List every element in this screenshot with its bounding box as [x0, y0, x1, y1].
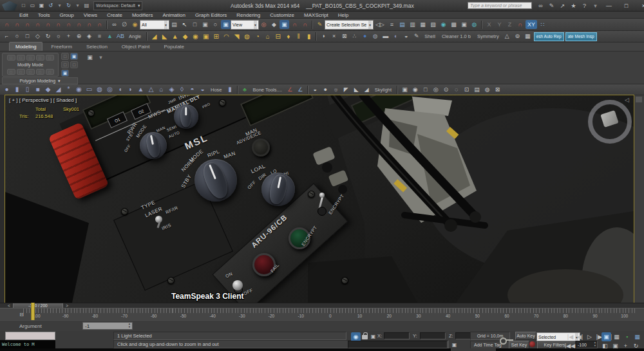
- primitive-icon[interactable]: ◆: [43, 85, 53, 94]
- erase-icon[interactable]: ✎: [412, 32, 421, 41]
- tab-populate[interactable]: Populate: [158, 43, 190, 51]
- menu-maxscript[interactable]: MAXScript: [304, 12, 328, 18]
- viewport-label[interactable]: [ + ] [ Perspective ] [ Shaded ]: [9, 97, 77, 103]
- menu-help[interactable]: Help: [338, 12, 348, 18]
- rotate-tool-icon[interactable]: ↻: [43, 32, 53, 41]
- binoculars-icon[interactable]: ∞: [536, 1, 545, 10]
- viewcube-home-icon[interactable]: [600, 110, 618, 128]
- cut-icon[interactable]: ×: [329, 32, 339, 41]
- window-crossing-icon[interactable]: ▣: [200, 20, 210, 29]
- poly-tool-icon[interactable]: ◥: [232, 32, 242, 41]
- light-icon[interactable]: ◢: [362, 85, 372, 94]
- modify-tool-icon[interactable]: □: [17, 55, 25, 61]
- primitive-icon[interactable]: ◎: [105, 85, 115, 94]
- bone-tools-tree-icon[interactable]: ♣: [240, 85, 250, 94]
- camera-icon[interactable]: ◍: [482, 85, 492, 94]
- modify-tool-icon[interactable]: □: [36, 55, 44, 61]
- primitive-icon[interactable]: ⌂: [156, 85, 166, 94]
- primitive-icon[interactable]: ▲: [136, 85, 146, 94]
- hose-primitive-icon[interactable]: ▮: [225, 85, 235, 94]
- poly-tool-icon[interactable]: ◠: [222, 32, 231, 41]
- primitive-icon[interactable]: ◢: [53, 85, 63, 94]
- tab-object-paint[interactable]: Object Paint: [116, 43, 156, 51]
- cap-icon[interactable]: ⊠: [339, 32, 349, 41]
- snap-magnet-icon[interactable]: ∩: [43, 20, 53, 29]
- caret-icon[interactable]: ▾: [73, 1, 82, 10]
- mesh-inspect-button[interactable]: ate Mesh Insp: [565, 32, 597, 41]
- menu-graph-editors[interactable]: Graph Editors: [195, 12, 227, 18]
- unlink-icon[interactable]: ∅: [120, 20, 129, 29]
- primitive-icon[interactable]: ▭: [84, 85, 94, 94]
- primitive-icon[interactable]: ◉: [74, 85, 84, 94]
- menu-edit[interactable]: Edit: [19, 12, 28, 18]
- poly-tool-icon[interactable]: ◆: [180, 32, 190, 41]
- perspective-viewport[interactable]: O1 O2 INHI JMR MANUAL DLY PRO MWS RWR MO…: [5, 95, 634, 303]
- prev-frame-icon[interactable]: ◀|: [575, 332, 585, 341]
- snap-magnet-icon[interactable]: ∩: [95, 20, 104, 29]
- camera-icon[interactable]: ◌: [451, 85, 461, 94]
- named-selection-dropdown[interactable]: Create Selection Se ▾: [325, 20, 374, 30]
- close-button[interactable]: ×: [639, 1, 644, 10]
- camera-icon[interactable]: ⊙: [441, 85, 451, 94]
- rendered-frame-icon[interactable]: ▣: [459, 20, 469, 29]
- snap-dots-icon[interactable]: ∷: [538, 20, 547, 29]
- caret-icon[interactable]: ▾: [591, 1, 600, 10]
- poly-tool-icon[interactable]: ◔: [252, 32, 262, 41]
- rect-region2-icon[interactable]: □: [23, 32, 32, 41]
- selection-lock-icon[interactable]: [362, 335, 368, 339]
- flat-mod-icon[interactable]: ▬: [381, 32, 390, 41]
- select-by-name-icon[interactable]: ▤: [169, 20, 179, 29]
- save-file-icon[interactable]: ▣: [37, 1, 46, 10]
- modify-tool-icon[interactable]: □: [26, 55, 35, 61]
- play-icon[interactable]: ▷: [585, 332, 594, 341]
- graphite-toggle-icon[interactable]: ▥: [408, 20, 417, 29]
- goto-start-icon[interactable]: |◀: [565, 332, 575, 341]
- snap-magnet-icon[interactable]: ∩: [290, 20, 299, 29]
- redo-icon[interactable]: ↻: [64, 1, 73, 10]
- keyboard-override-icon[interactable]: ▣: [279, 20, 289, 29]
- lasso-region-icon[interactable]: ⌐: [2, 32, 12, 41]
- camera-icon[interactable]: ◉: [410, 85, 420, 94]
- stack-tool-icon[interactable]: ≡: [95, 32, 104, 41]
- current-frame-field[interactable]: -100▴▾: [576, 341, 598, 348]
- caret-icon[interactable]: ▾: [96, 53, 106, 62]
- primitive-icon[interactable]: ■: [33, 85, 43, 94]
- primitive-icon[interactable]: ◗: [126, 85, 135, 94]
- key-mode-icon[interactable]: ▣: [601, 332, 611, 341]
- track-bar[interactable]: ⊟ -100-90-80-70-60-50-40-30-20-100102030…: [0, 308, 644, 320]
- teal-arrow-icon[interactable]: ▲: [105, 32, 115, 41]
- primitive-icon[interactable]: ◈: [167, 85, 176, 94]
- workspace-dropdown[interactable]: Workspace: Default ▾: [93, 1, 142, 10]
- z-constraint-icon[interactable]: Z: [505, 20, 515, 29]
- poly-tool-icon[interactable]: ◉: [191, 32, 200, 41]
- ref-window-icon[interactable]: ▣: [221, 20, 231, 29]
- poly-tool-icon[interactable]: ⊞: [211, 32, 221, 41]
- caret-icon[interactable]: ▾: [55, 1, 64, 10]
- poly-tool-icon[interactable]: ▣: [201, 32, 211, 41]
- undo-icon[interactable]: ↺: [46, 1, 55, 10]
- bone-ik-icon[interactable]: ∠: [296, 85, 305, 94]
- primitive-icon[interactable]: △: [146, 85, 156, 94]
- 3dsmax-logo[interactable]: [2, 1, 17, 11]
- camera-icon[interactable]: ◎: [431, 85, 440, 94]
- gem-tool-icon[interactable]: ◈: [84, 32, 94, 41]
- select-object-icon[interactable]: ↖: [180, 20, 189, 29]
- bone-chain-icon[interactable]: ∠: [285, 85, 295, 94]
- snap-magnet-icon[interactable]: ∩: [64, 20, 73, 29]
- tab-freeform[interactable]: Freeform: [45, 43, 77, 51]
- y-constraint-icon[interactable]: Y: [495, 20, 504, 29]
- material-editor-icon[interactable]: ◉: [439, 20, 448, 29]
- reference-coordinate-dropdown[interactable]: View ▾: [231, 20, 259, 30]
- ab-compare-icon[interactable]: AB: [115, 32, 126, 41]
- ffd-mod-icon[interactable]: ⊚: [513, 32, 522, 41]
- snap-magnet-icon[interactable]: ∩: [515, 20, 525, 29]
- circle-region-icon[interactable]: ○: [12, 32, 22, 41]
- time-slider-track[interactable]: < -100 / 200 >: [0, 303, 644, 308]
- sun-tool-icon[interactable]: ☼: [53, 32, 63, 41]
- snap-magnet-icon[interactable]: ∩: [2, 20, 12, 29]
- poly-tool-icon[interactable]: ◣: [160, 32, 169, 41]
- open-file-icon[interactable]: ▭: [28, 1, 37, 10]
- constraint2-icon[interactable]: □: [61, 61, 69, 68]
- project-folder-icon[interactable]: ▤: [82, 1, 91, 10]
- select-link-icon[interactable]: ∞: [109, 20, 119, 29]
